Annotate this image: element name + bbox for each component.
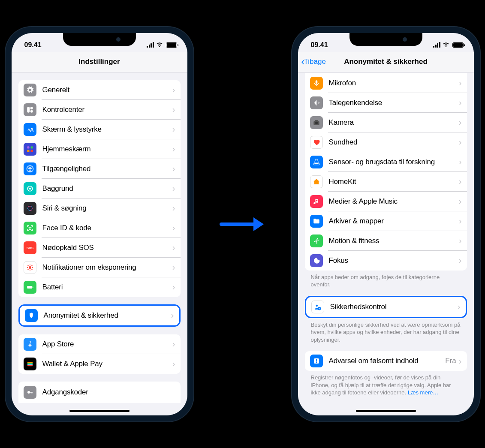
row-label: Sensor- og brugsdata til forskning <box>329 158 459 166</box>
wifi-icon <box>156 41 163 49</box>
privacy-list[interactable]: Mikrofon›Talegenkendelse›Kamera›Sundhed›… <box>298 72 474 415</box>
settings-row[interactable]: Wallet & Apple Pay› <box>18 354 181 374</box>
chevron-right-icon: › <box>172 85 175 95</box>
row-label: Hjemmeskærm <box>42 145 172 153</box>
svg-rect-50 <box>316 100 317 105</box>
control-center-icon <box>24 103 36 116</box>
chevron-right-icon: › <box>171 310 174 320</box>
settings-row[interactable]: Tilgængelighed› <box>18 159 181 179</box>
svg-point-33 <box>31 265 32 266</box>
row-label: Siri & søgning <box>42 204 172 213</box>
settings-row[interactable]: Notifikationer om eksponering› <box>18 258 181 277</box>
svg-text:A: A <box>30 127 34 133</box>
chevron-right-icon: › <box>172 243 175 253</box>
chevron-right-icon: › <box>172 183 175 193</box>
row-label: Sundhed <box>329 138 459 147</box>
back-label: Tibage <box>304 57 326 66</box>
learn-more-link[interactable]: Læs mere… <box>408 389 439 396</box>
settings-row[interactable]: AASkærm & lysstyrke› <box>18 120 181 139</box>
svg-point-20 <box>31 189 32 190</box>
chevron-right-icon: › <box>459 117 462 127</box>
settings-row[interactable]: App Store› <box>18 334 181 354</box>
settings-row[interactable]: Generelt› <box>18 80 181 100</box>
notch <box>349 33 422 46</box>
safety-check-row-highlighted[interactable]: Sikkerhedskontrol › <box>305 296 467 318</box>
chevron-right-icon: › <box>459 356 462 366</box>
settings-row[interactable]: Medier & Apple Music› <box>305 192 467 211</box>
row-label: Kamera <box>329 118 459 127</box>
svg-rect-7 <box>27 150 29 152</box>
siri-icon <box>24 202 36 215</box>
settings-row[interactable]: Mikrofon› <box>305 73 467 93</box>
svg-point-54 <box>315 121 318 124</box>
camera-icon <box>310 116 323 129</box>
settings-group-2: App Store›Wallet & Apple Pay› <box>18 334 181 374</box>
settings-row[interactable]: Kontrolcenter› <box>18 100 181 120</box>
passwords-icon <box>24 386 36 399</box>
phone-right: 09.41 ‹ Tibage Anonymitet & sikkerhed Mi… <box>292 27 480 421</box>
svg-point-29 <box>30 270 30 271</box>
svg-rect-51 <box>318 102 319 104</box>
svg-point-24 <box>29 227 29 228</box>
footer-text-2: Beskyt din personlige sikkerhed ved at v… <box>305 318 467 344</box>
settings-row[interactable]: Batteri› <box>18 277 181 297</box>
page-title: Anonymitet & sikkerhed <box>344 57 428 66</box>
fitness-icon <box>310 235 323 247</box>
svg-rect-42 <box>27 365 33 366</box>
health-icon <box>310 136 323 149</box>
row-label: Sikkerhedskontrol <box>330 303 458 311</box>
settings-row[interactable]: Advarsel om følsomt indholdFra› <box>305 351 467 371</box>
row-label: Generelt <box>42 86 172 94</box>
settings-row[interactable]: Siri & søgning› <box>18 198 181 218</box>
row-label: Batteri <box>42 283 172 292</box>
accessibility-icon <box>24 162 36 175</box>
settings-list[interactable]: Generelt›Kontrolcenter›AASkærm & lysstyr… <box>12 72 187 415</box>
settings-row[interactable]: Baggrund› <box>18 179 181 198</box>
svg-point-1 <box>30 107 33 109</box>
row-label: Adgangskoder <box>42 388 175 397</box>
sensitive-content-icon <box>310 355 323 367</box>
battery-icon <box>452 42 464 48</box>
chevron-right-icon: › <box>172 144 175 154</box>
back-button[interactable]: ‹ Tibage <box>301 57 326 67</box>
svg-rect-36 <box>27 286 32 289</box>
settings-group-3-partial[interactable]: Adgangskoder <box>18 382 181 403</box>
settings-row[interactable]: Arkiver & mapper› <box>305 211 467 231</box>
settings-row[interactable]: Face ID & kode› <box>18 218 181 238</box>
safety-check-icon <box>311 301 324 313</box>
svg-point-10 <box>29 166 30 168</box>
files-icon <box>310 215 323 228</box>
status-time: 09.41 <box>24 41 42 49</box>
settings-row[interactable]: Hjemmeskærm› <box>18 139 181 159</box>
settings-row[interactable]: HomeKit› <box>305 172 467 192</box>
home-indicator[interactable] <box>69 410 130 412</box>
chevron-right-icon: › <box>172 359 175 369</box>
svg-point-19 <box>28 189 29 190</box>
svg-rect-55 <box>315 120 318 121</box>
research-icon <box>310 156 323 168</box>
chevron-right-icon: › <box>459 216 462 226</box>
nav-bar: ‹ Tibage Anonymitet & sikkerhed <box>298 52 474 72</box>
svg-point-56 <box>316 238 318 239</box>
settings-row[interactable]: Sensor- og brugsdata til forskning› <box>305 152 467 172</box>
home-indicator[interactable] <box>356 410 416 412</box>
settings-row[interactable]: SOSNødopkald SOS› <box>18 238 181 258</box>
settings-row[interactable]: Fokus› <box>305 251 467 271</box>
settings-row[interactable]: Sundhed› <box>305 132 467 152</box>
row-label: Medier & Apple Music <box>329 197 459 206</box>
microphone-icon <box>310 77 323 90</box>
wifi-icon <box>442 41 450 49</box>
svg-point-18 <box>31 186 32 187</box>
row-label: Tilgængelighed <box>42 165 172 173</box>
svg-point-31 <box>32 267 33 268</box>
settings-row[interactable]: Kamera› <box>305 113 467 132</box>
svg-point-43 <box>27 391 30 394</box>
svg-point-34 <box>27 269 28 270</box>
svg-rect-38 <box>30 314 32 317</box>
settings-row[interactable]: Talegenkendelse› <box>305 93 467 113</box>
settings-row[interactable]: Motion & fitness› <box>305 231 467 251</box>
svg-rect-6 <box>30 146 33 148</box>
svg-point-2 <box>30 110 33 112</box>
chevron-right-icon: › <box>459 78 462 88</box>
privacy-row-highlighted[interactable]: Anonymitet & sikkerhed › <box>18 304 181 327</box>
